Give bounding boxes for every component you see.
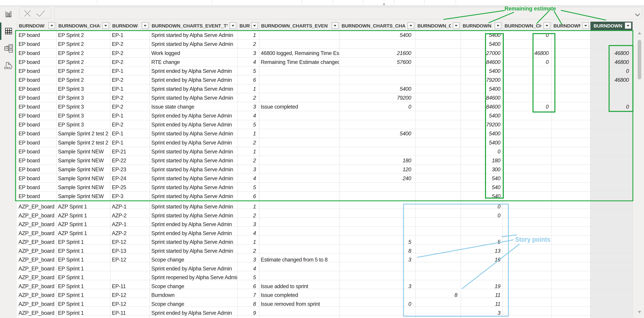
svg-text:Story points: Story points — [515, 236, 550, 243]
svg-text:Remaining estimate: Remaining estimate — [504, 5, 556, 12]
